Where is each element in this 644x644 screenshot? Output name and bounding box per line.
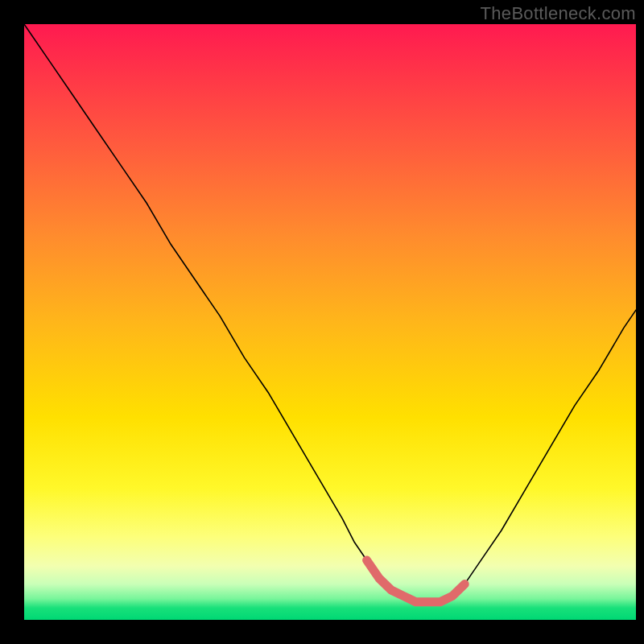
plot-area [24, 24, 636, 620]
bottleneck-curve [24, 24, 636, 602]
curve-layer [24, 24, 636, 620]
watermark-text: TheBottleneck.com [481, 3, 636, 24]
optimal-range-marker [367, 560, 465, 602]
chart-frame: TheBottleneck.com [0, 0, 644, 644]
